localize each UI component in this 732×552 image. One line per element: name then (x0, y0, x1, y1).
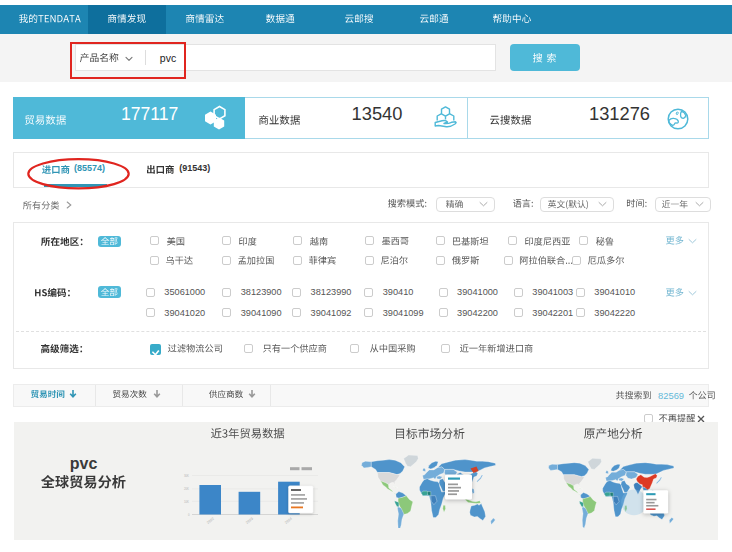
svg-text:20K: 20K (184, 487, 189, 491)
svg-text:30K: 30K (184, 474, 189, 478)
svg-text:2022: 2022 (206, 517, 215, 525)
svg-text:2023: 2023 (245, 517, 254, 525)
svg-text:10K: 10K (184, 500, 189, 504)
svg-text:0: 0 (188, 513, 190, 517)
svg-text:2024: 2024 (284, 517, 293, 525)
